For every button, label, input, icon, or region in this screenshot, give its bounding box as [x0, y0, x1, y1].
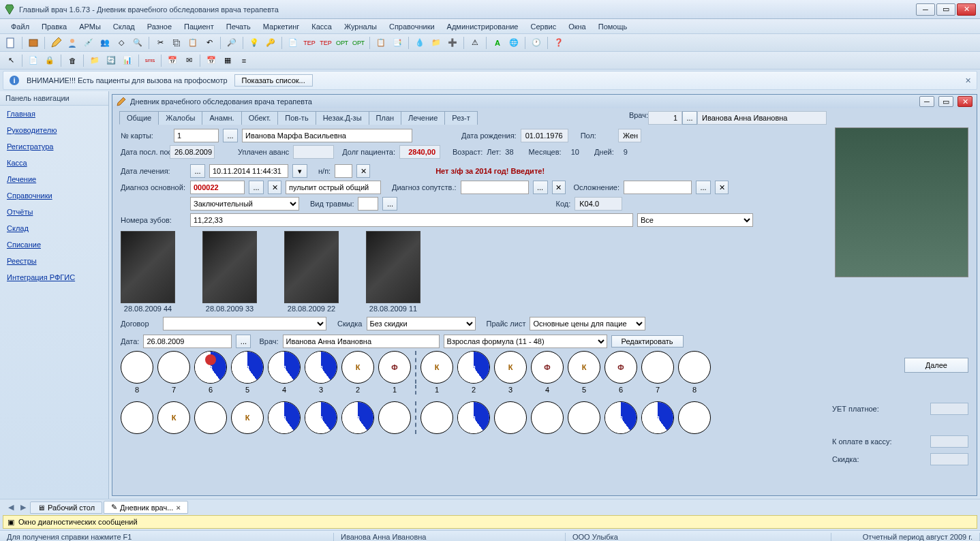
tb-key-icon[interactable]: 🔑 — [264, 36, 277, 50]
xray-item[interactable]: 28.08.2009 11 — [366, 231, 420, 313]
tooth-cell[interactable]: К — [568, 351, 600, 384]
diag-code-input[interactable] — [190, 181, 245, 194]
tooth-cell[interactable] — [194, 401, 227, 434]
tooth-cell[interactable] — [568, 401, 600, 434]
tb-globe-icon[interactable]: 🌐 — [507, 36, 521, 50]
tb-pencil-icon[interactable] — [49, 36, 63, 50]
nav-registers[interactable]: Реестры — [0, 253, 108, 269]
show-list-button[interactable]: Показать список... — [234, 74, 313, 87]
tb-drop-icon[interactable]: 💧 — [413, 36, 427, 50]
minimize-button[interactable]: ─ — [916, 3, 935, 16]
tb-ter1-icon[interactable]: ТЕР — [303, 36, 316, 50]
np-input[interactable] — [335, 164, 352, 178]
tb-opt1-icon[interactable]: ОРТ — [335, 36, 349, 50]
tb-warn-icon[interactable]: ⚠ — [468, 36, 482, 50]
tooth-cell[interactable] — [678, 401, 711, 434]
tooth-cell[interactable]: К — [231, 401, 264, 434]
tooth-cell[interactable]: п — [194, 351, 227, 384]
teeth-filter-select[interactable]: Все — [637, 213, 753, 227]
tooth-cell[interactable] — [494, 401, 527, 434]
treat-date-input[interactable] — [209, 164, 288, 178]
tb-find-icon[interactable]: 🔎 — [225, 36, 239, 50]
doctor2-input[interactable] — [283, 335, 440, 348]
nav-writeoff[interactable]: Списание — [0, 236, 108, 253]
teeth-nums-input[interactable] — [190, 213, 633, 227]
nav-treatment[interactable]: Лечение — [0, 171, 108, 187]
nav-manager[interactable]: Руководителю — [0, 122, 108, 138]
tooth-cell[interactable]: К — [157, 401, 190, 434]
bottom-tab-desktop[interactable]: 🖥Рабочий стол — [30, 501, 102, 514]
menu-stock[interactable]: Склад — [108, 21, 140, 32]
tooth-cell[interactable]: п — [457, 401, 490, 434]
patient-name-input[interactable] — [242, 129, 412, 142]
tb-eraser-icon[interactable]: ◇ — [114, 36, 128, 50]
tb-bulb-icon[interactable]: 💡 — [247, 36, 261, 50]
tb2-lock-icon[interactable]: 🔒 — [43, 54, 57, 67]
xray-item[interactable]: 28.08.2009 44 — [121, 231, 175, 313]
menu-edit[interactable]: Правка — [36, 21, 72, 32]
tab-treatment[interactable]: Лечение — [401, 111, 445, 125]
menu-help[interactable]: Помощь — [593, 21, 633, 32]
doctor-lookup-button[interactable]: ... — [682, 111, 697, 125]
notification-close-icon[interactable]: ✕ — [965, 76, 971, 85]
date2-input[interactable] — [143, 335, 232, 348]
close-button[interactable]: ✕ — [957, 3, 976, 16]
tooth-cell[interactable] — [378, 401, 411, 434]
tb2-refresh-icon[interactable]: 🔄 — [104, 54, 118, 67]
tb-doc3-icon[interactable]: 📑 — [391, 36, 404, 50]
tb2-remove-icon[interactable]: 🗑 — [65, 54, 79, 67]
card-number-input[interactable] — [174, 129, 219, 142]
tooth-cell[interactable]: п — [604, 401, 637, 434]
menu-arms[interactable]: АРМы — [74, 21, 106, 32]
tb-zoom-out-icon[interactable]: 🔍 — [131, 36, 144, 50]
contract-select[interactable] — [163, 317, 326, 330]
injury-lookup-button[interactable]: ... — [382, 197, 397, 211]
tb2-folder-icon[interactable]: 📁 — [88, 54, 102, 67]
nav-main[interactable]: Главная — [0, 106, 108, 122]
tooth-cell[interactable] — [121, 401, 153, 434]
tb-font-icon[interactable]: A — [491, 36, 504, 50]
diag-type-select[interactable]: Заключительный — [190, 197, 299, 211]
discount-select[interactable]: Без скидки — [367, 317, 476, 330]
doc-minimize-button[interactable]: ─ — [919, 96, 934, 107]
tb-ter2-icon[interactable]: ТЕР — [319, 36, 333, 50]
tb-undo-icon[interactable]: ↶ — [202, 36, 216, 50]
treat-date-calendar-button[interactable]: ▾ — [292, 164, 307, 178]
tb-clock-icon[interactable]: 🕐 — [530, 36, 543, 50]
nav-cash[interactable]: Касса — [0, 155, 108, 171]
tb2-sms-icon[interactable]: sms — [143, 54, 157, 67]
nav-rfgis[interactable]: Интеграция РФГИС — [0, 269, 108, 285]
menu-misc[interactable]: Разное — [142, 21, 177, 32]
tb-doc2-icon[interactable]: 📋 — [374, 36, 388, 50]
tooth-cell[interactable] — [420, 401, 453, 434]
menu-journals[interactable]: Журналы — [339, 21, 382, 32]
tb2-newdoc-icon[interactable]: 📄 — [27, 54, 40, 67]
tab-object[interactable]: Обект. — [241, 111, 279, 125]
tooth-cell[interactable] — [641, 351, 674, 384]
maximize-button[interactable]: ▭ — [936, 3, 955, 16]
diag-lookup-button[interactable]: ... — [249, 181, 264, 194]
tab-result[interactable]: Рез-т — [444, 111, 477, 125]
tb-book-icon[interactable] — [27, 36, 40, 50]
bottom-tab-diary[interactable]: ✎Дневник врач...× — [104, 501, 188, 514]
tooth-cell[interactable]: Ф — [531, 351, 564, 384]
tab-plan[interactable]: План — [369, 111, 402, 125]
menu-marketing[interactable]: Маркетинг — [258, 21, 305, 32]
tb-help-icon[interactable]: ❓ — [552, 36, 566, 50]
tabnav-prev-icon[interactable]: ◀ — [5, 503, 16, 512]
nav-reports[interactable]: Отчёты — [0, 204, 108, 220]
tooth-cell[interactable]: п — [231, 351, 264, 384]
nav-stock[interactable]: Склад — [0, 220, 108, 236]
np-clear-button[interactable]: ✕ — [356, 164, 370, 178]
xray-item[interactable]: 28.08.2009 33 — [202, 231, 257, 313]
treat-date-lookup-button[interactable]: ... — [190, 164, 205, 178]
tb2-cursor-icon[interactable]: ↖ — [4, 54, 18, 67]
tooth-cell[interactable]: К — [494, 351, 527, 384]
tooth-cell[interactable] — [121, 351, 153, 384]
tb2-list-icon[interactable]: ≡ — [237, 54, 251, 67]
diag-comp-input[interactable] — [461, 181, 529, 194]
tooth-cell[interactable]: п — [341, 401, 374, 434]
tb2-cal1-icon[interactable]: 📅 — [166, 54, 179, 67]
tooth-cell[interactable]: п — [305, 401, 337, 434]
tb-person-icon[interactable] — [65, 36, 79, 50]
